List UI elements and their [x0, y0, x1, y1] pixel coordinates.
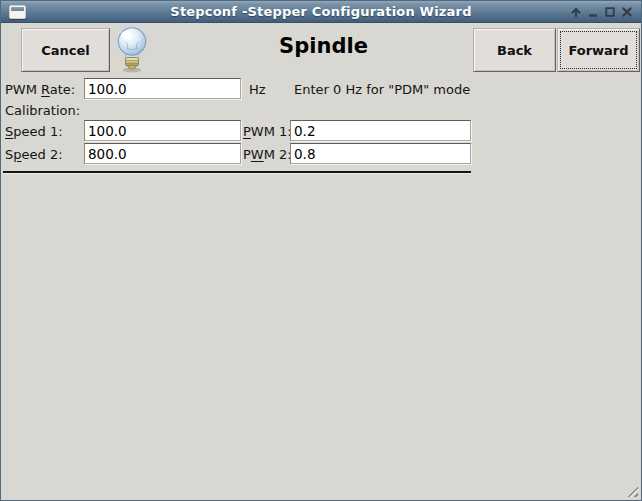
pwm-rate-unit: Hz	[249, 82, 266, 97]
window-title: Stepconf -Stepper Configuration Wizard	[1, 4, 641, 19]
speed1-input[interactable]	[84, 120, 241, 141]
forward-button[interactable]: Forward	[557, 28, 640, 72]
speed1-label-post: peed 1:	[13, 124, 62, 139]
speed2-label-mnemonic: p	[13, 147, 21, 162]
speed2-input[interactable]	[84, 143, 241, 164]
close-window-icon[interactable]	[619, 4, 635, 20]
pwm-rate-label-post: ate:	[50, 82, 75, 97]
horizontal-separator	[3, 171, 471, 173]
maximize-window-icon[interactable]	[602, 4, 618, 20]
lightbulb-icon	[113, 26, 151, 73]
pdm-mode-hint: Enter 0 Hz for "PDM" mode	[294, 82, 470, 97]
stepconf-wizard-window: Stepconf -Stepper Configuration Wizard	[0, 0, 642, 501]
pwm2-input[interactable]	[290, 143, 471, 164]
pwm-rate-input[interactable]	[84, 78, 241, 99]
titlebar: Stepconf -Stepper Configuration Wizard	[1, 1, 641, 23]
pwm2-label-pre: P	[243, 147, 251, 162]
speed2-label: Speed 2:	[5, 147, 63, 162]
calibration-label: Calibration:	[5, 103, 80, 118]
window-controls	[568, 3, 635, 21]
pwm-rate-label-mnemonic: R	[41, 82, 50, 97]
pwm1-label: PWM 1:	[243, 124, 292, 139]
back-button[interactable]: Back	[473, 28, 556, 72]
pwm2-label-mnemonic: W	[251, 147, 264, 162]
speed2-label-post: eed 2:	[22, 147, 63, 162]
pwm-rate-label-pre: PWM	[5, 82, 41, 97]
pwm1-label-post: WM 1:	[251, 124, 292, 139]
page-title: Spindle	[236, 34, 411, 58]
speed1-label: Speed 1:	[5, 124, 63, 139]
resize-grip[interactable]	[625, 484, 638, 497]
pwm-rate-label: PWM Rate:	[5, 82, 75, 97]
pwm1-input[interactable]	[290, 120, 471, 141]
pwm2-label-post: M 2:	[264, 147, 292, 162]
pwm1-label-mnemonic: P	[243, 124, 251, 139]
pwm2-label: PWM 2:	[243, 147, 292, 162]
cancel-button[interactable]: Cancel	[21, 28, 110, 72]
minimize-window-icon[interactable]	[585, 4, 601, 20]
shade-window-icon[interactable]	[568, 4, 584, 20]
